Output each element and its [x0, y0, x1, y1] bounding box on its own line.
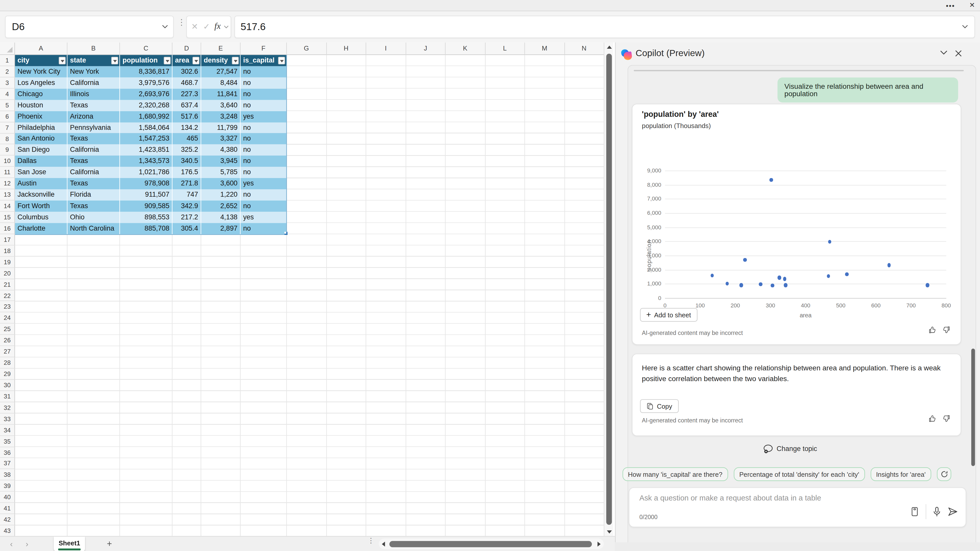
row-header-23[interactable]: 23 — [0, 302, 15, 313]
table-resize-handle[interactable] — [284, 232, 287, 235]
row-header-43[interactable]: 43 — [0, 526, 15, 536]
row-header-26[interactable]: 26 — [0, 335, 15, 346]
row-header-36[interactable]: 36 — [0, 447, 15, 458]
row-header-2[interactable]: 2 — [0, 66, 15, 77]
cell[interactable]: New York — [67, 66, 120, 77]
cell[interactable]: California — [67, 77, 120, 89]
cell[interactable]: 911,507 — [120, 189, 172, 200]
row-header-27[interactable]: 27 — [0, 346, 15, 357]
cell[interactable]: 468.7 — [172, 77, 201, 89]
cell[interactable]: no — [241, 223, 287, 234]
copy-button[interactable]: Copy — [640, 399, 679, 413]
cell[interactable]: no — [241, 200, 287, 212]
cell[interactable]: no — [241, 144, 287, 156]
cell[interactable]: 517.6 — [172, 111, 201, 122]
thumbs-up-icon[interactable] — [928, 414, 937, 423]
cell[interactable]: San Antonio — [15, 133, 68, 144]
row-header-38[interactable]: 38 — [0, 469, 15, 481]
row-header-20[interactable]: 20 — [0, 268, 15, 279]
cell[interactable]: Charlotte — [15, 223, 68, 234]
row-header-19[interactable]: 19 — [0, 257, 15, 268]
row-header-12[interactable]: 12 — [0, 178, 15, 189]
table-header-is_capital[interactable]: is_capital — [241, 55, 287, 66]
cell[interactable]: 4,380 — [201, 144, 241, 156]
cell[interactable]: Columbus — [15, 212, 68, 223]
filter-dropdown-icon[interactable] — [232, 57, 239, 64]
table-header-population[interactable]: population — [120, 55, 172, 66]
microphone-icon[interactable] — [932, 507, 941, 517]
grid-vscroll-thumb[interactable] — [606, 54, 612, 525]
cell[interactable]: California — [67, 144, 120, 156]
window-close-icon[interactable]: ✕ — [969, 1, 975, 10]
row-header-6[interactable]: 6 — [0, 111, 15, 122]
cell[interactable]: Dallas — [15, 156, 68, 167]
cell[interactable]: 898,553 — [120, 212, 172, 223]
column-header-L[interactable]: L — [485, 43, 525, 55]
cell[interactable]: no — [241, 89, 287, 100]
column-header-D[interactable]: D — [172, 43, 201, 55]
row-header-10[interactable]: 10 — [0, 156, 15, 167]
sheet-tab-active[interactable]: Sheet1 — [54, 537, 85, 551]
cell[interactable]: North Carolina — [67, 223, 120, 234]
formula-input[interactable]: 517.6 — [234, 16, 975, 38]
cell[interactable]: 1,584,064 — [120, 122, 172, 133]
cancel-entry-icon[interactable]: ✕ — [191, 22, 198, 32]
cell[interactable]: 1,021,786 — [120, 167, 172, 178]
cell[interactable]: 3,327 — [201, 133, 241, 144]
table-header-city[interactable]: city — [15, 55, 68, 66]
copilot-scrollbar-thumb[interactable] — [971, 349, 975, 466]
close-panel-icon[interactable] — [955, 50, 962, 57]
row-header-15[interactable]: 15 — [0, 212, 15, 223]
filter-dropdown-icon[interactable] — [164, 57, 171, 64]
cell[interactable]: Los Angeles — [15, 77, 68, 89]
cell[interactable]: Jacksonville — [15, 189, 68, 200]
row-header-35[interactable]: 35 — [0, 436, 15, 447]
filter-dropdown-icon[interactable] — [111, 57, 118, 64]
cell[interactable]: 1,423,851 — [120, 144, 172, 156]
cell[interactable]: Ohio — [67, 212, 120, 223]
cell[interactable]: Texas — [67, 156, 120, 167]
change-topic-button[interactable]: Change topic — [616, 442, 964, 455]
grid-hscroll-thumb[interactable] — [390, 541, 592, 547]
filter-dropdown-icon[interactable] — [59, 57, 65, 64]
table-header-area[interactable]: area — [172, 55, 201, 66]
cell[interactable]: 978,908 — [120, 178, 172, 189]
row-header-17[interactable]: 17 — [0, 234, 15, 245]
column-header-A[interactable]: A — [15, 43, 68, 55]
table-header-state[interactable]: state — [67, 55, 120, 66]
scroll-left-icon[interactable] — [382, 541, 385, 546]
scroll-up-icon[interactable] — [607, 46, 612, 49]
cell[interactable]: 1,220 — [201, 189, 241, 200]
prev-sheet-chevron-icon[interactable]: ‹ — [10, 539, 13, 548]
cell[interactable]: 1,680,992 — [120, 111, 172, 122]
cell[interactable]: 747 — [172, 189, 201, 200]
cell[interactable]: 5,785 — [201, 167, 241, 178]
row-header-29[interactable]: 29 — [0, 368, 15, 380]
row-header-24[interactable]: 24 — [0, 313, 15, 324]
column-header-H[interactable]: H — [327, 43, 366, 55]
fx-chevron-down-icon[interactable] — [224, 25, 229, 29]
cell[interactable]: 8,336,817 — [120, 66, 172, 77]
grid-vertical-scrollbar[interactable] — [604, 43, 613, 536]
cell[interactable]: 8,484 — [201, 77, 241, 89]
cell[interactable]: 11,799 — [201, 122, 241, 133]
column-header-C[interactable]: C — [120, 43, 172, 55]
column-header-G[interactable]: G — [287, 43, 327, 55]
column-header-J[interactable]: J — [406, 43, 446, 55]
column-header-E[interactable]: E — [201, 43, 241, 55]
cell[interactable]: 340.5 — [172, 156, 201, 167]
cell[interactable]: 4,138 — [201, 212, 241, 223]
cell[interactable]: Arizona — [67, 111, 120, 122]
thumbs-down-icon[interactable] — [942, 414, 951, 423]
column-header-K[interactable]: K — [445, 43, 485, 55]
cell[interactable]: 3,945 — [201, 156, 241, 167]
cell[interactable]: no — [241, 100, 287, 111]
cell[interactable]: no — [241, 122, 287, 133]
cell[interactable]: 271.8 — [172, 178, 201, 189]
thumbs-down-icon[interactable] — [942, 326, 951, 334]
row-header-18[interactable]: 18 — [0, 245, 15, 257]
row-header-34[interactable]: 34 — [0, 425, 15, 436]
row-header-25[interactable]: 25 — [0, 324, 15, 335]
cell[interactable]: 2,897 — [201, 223, 241, 234]
copilot-input-box[interactable]: Ask a question or make a request about d… — [629, 487, 966, 527]
